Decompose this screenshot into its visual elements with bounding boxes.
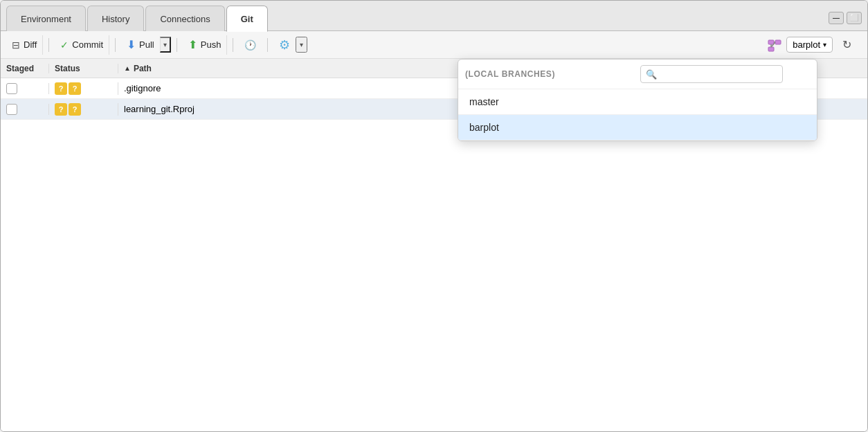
pull-chevron-icon: ▾	[163, 41, 167, 48]
branch-chevron-icon: ▾	[823, 41, 826, 48]
refresh-icon: ↻	[842, 38, 851, 51]
pull-dropdown-button[interactable]: ▾	[160, 37, 171, 53]
status-badge-1a: ?	[55, 82, 67, 95]
refresh-button[interactable]: ↻	[837, 35, 856, 55]
main-window: Environment History Connections Git — ⬜ …	[0, 0, 868, 432]
commit-icon: ✓	[60, 39, 69, 51]
push-icon: ⬆	[188, 38, 197, 51]
separator-5	[267, 38, 268, 52]
branch-selector-button[interactable]: barplot ▾	[786, 37, 833, 53]
tab-environment[interactable]: Environment	[6, 6, 86, 32]
status-badge-1b: ?	[69, 82, 81, 95]
status-badge-2b: ?	[69, 103, 81, 116]
separator-3	[177, 38, 177, 52]
row-status-2: ? ?	[49, 103, 118, 116]
gear-chevron-icon: ▾	[300, 41, 303, 48]
history-button[interactable]: 🕐	[239, 35, 262, 55]
svg-rect-0	[768, 40, 774, 44]
commit-button[interactable]: ✓ Commit	[55, 35, 109, 55]
col-header-staged: Staged	[1, 64, 49, 73]
row-staged-2[interactable]	[1, 104, 49, 115]
branch-search-input[interactable]	[640, 65, 783, 83]
status-badge-2a: ?	[55, 103, 67, 116]
branch-label: barplot	[793, 39, 820, 50]
branch-icon	[767, 37, 782, 53]
minimize-button[interactable]: —	[829, 12, 844, 24]
search-icon: 🔍	[646, 69, 657, 80]
branch-dropdown: (LOCAL BRANCHES) 🔍 master barplot	[458, 59, 817, 141]
pull-icon: ⬇	[127, 38, 136, 51]
toolbar: ⊟ Diff ✓ Commit ⬇ Pull ▾ ⬆ Push	[1, 31, 867, 59]
stage-checkbox-1[interactable]	[6, 83, 17, 94]
tab-bar: Environment History Connections Git — ⬜	[1, 1, 867, 31]
window-controls: — ⬜	[829, 5, 867, 30]
tab-git[interactable]: Git	[226, 6, 268, 32]
svg-rect-2	[768, 47, 774, 51]
minimize-icon: —	[833, 14, 840, 21]
maximize-button[interactable]: ⬜	[847, 12, 862, 24]
separator-2	[115, 38, 116, 52]
diff-button[interactable]: ⊟ Diff	[6, 35, 43, 55]
col-header-status: Status	[49, 64, 118, 73]
gear-button[interactable]: ⚙	[273, 35, 296, 55]
row-staged-1[interactable]	[1, 83, 49, 94]
svg-rect-1	[775, 40, 781, 44]
gear-icon: ⚙	[279, 37, 290, 53]
search-wrapper: 🔍	[640, 65, 810, 83]
stage-checkbox-2[interactable]	[6, 104, 17, 115]
push-button[interactable]: ⬆ Push	[183, 35, 228, 55]
separator-1	[48, 38, 49, 52]
pull-button-group: ⬇ Pull ▾	[121, 35, 171, 55]
pull-button[interactable]: ⬇ Pull	[121, 35, 160, 55]
branch-item-master[interactable]: master	[458, 89, 817, 115]
branch-area: barplot ▾ ↻	[767, 35, 856, 55]
tab-history[interactable]: History	[87, 6, 144, 32]
sort-arrow-icon: ▲	[124, 64, 131, 72]
dropdown-header: (LOCAL BRANCHES) 🔍	[458, 60, 817, 89]
clock-icon: 🕐	[244, 39, 256, 51]
tab-connections[interactable]: Connections	[145, 6, 224, 32]
branch-item-barplot[interactable]: barplot	[458, 115, 817, 141]
maximize-icon: ⬜	[850, 14, 858, 21]
diff-icon: ⊟	[12, 39, 20, 51]
separator-4	[233, 38, 233, 52]
gear-button-group: ⚙ ▾	[273, 35, 307, 55]
row-status-1: ? ?	[49, 82, 118, 95]
gear-dropdown-button[interactable]: ▾	[296, 37, 307, 53]
dropdown-section-label: (LOCAL BRANCHES)	[465, 69, 635, 79]
